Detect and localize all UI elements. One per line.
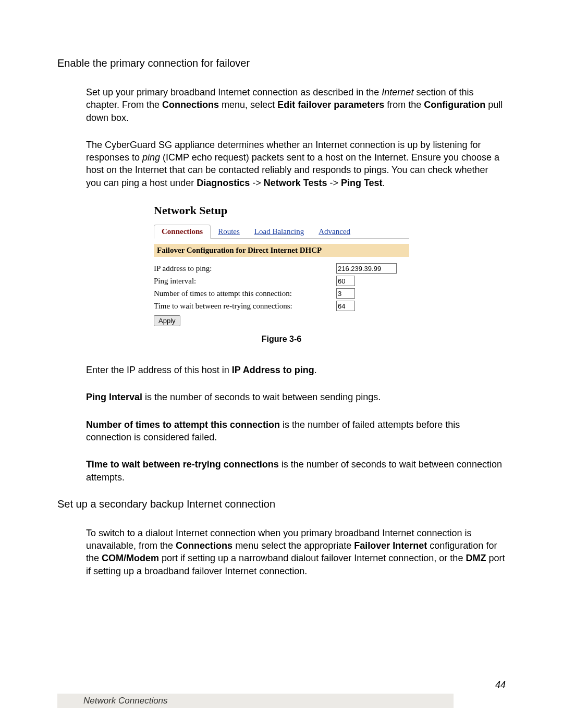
tab-connections[interactable]: Connections	[154, 225, 211, 239]
text-bold: Ping Interval	[86, 392, 142, 402]
network-setup-screenshot: Network Setup Connections Routes Load Ba…	[154, 204, 409, 326]
text-bold: IP Address to ping	[232, 365, 314, 375]
tab-load-balancing[interactable]: Load Balancing	[247, 225, 311, 238]
label-attempts: Number of times to attempt this connecti…	[154, 289, 336, 298]
paragraph-5: Number of times to attempt this connecti…	[86, 418, 506, 444]
text-bold: Ping Test	[341, 178, 383, 188]
section-header-bar: Failover Configuration for Direct Intern…	[154, 244, 409, 257]
page-number: 44	[57, 680, 506, 690]
label-ping-interval: Ping interval:	[154, 277, 336, 286]
tabs-row: Connections Routes Load Balancing Advanc…	[154, 225, 409, 239]
text: menu, select	[219, 100, 277, 110]
text-bold: Failover Internet	[354, 540, 427, 551]
text: .	[383, 178, 385, 188]
text: from the	[384, 100, 424, 110]
section-heading-primary: Enable the primary connection for failov…	[57, 57, 506, 69]
text-bold: Time to wait between re-trying connectio…	[86, 459, 279, 470]
text-bold: Network Tests	[264, 178, 327, 188]
text-bold: Number of times to attempt this connecti…	[86, 419, 280, 430]
input-wait-time[interactable]	[336, 301, 355, 311]
text: ->	[250, 178, 264, 188]
page-footer: 44 Network Connections	[57, 680, 506, 708]
figure-container: Network Setup Connections Routes Load Ba…	[57, 204, 506, 326]
footer-title: Network Connections	[57, 694, 454, 708]
tab-routes[interactable]: Routes	[211, 225, 247, 238]
figure-caption: Figure 3-6	[57, 335, 506, 344]
input-attempts[interactable]	[336, 288, 355, 299]
paragraph-3: Enter the IP address of this host in IP …	[86, 364, 506, 376]
text-bold: DMZ	[466, 553, 486, 563]
paragraph-7: To switch to a dialout Internet connecti…	[86, 527, 506, 577]
tab-advanced[interactable]: Advanced	[311, 225, 358, 238]
label-ip-address: IP address to ping:	[154, 264, 336, 273]
apply-button[interactable]: Apply	[154, 315, 180, 326]
text-bold: Connections	[162, 100, 219, 110]
text: ->	[327, 178, 341, 188]
paragraph-4: Ping Interval is the number of seconds t…	[86, 391, 506, 403]
text-bold: COM/Modem	[102, 553, 159, 563]
text: .	[314, 365, 317, 375]
figure-title: Network Setup	[154, 204, 409, 217]
text-bold: Diagnostics	[197, 178, 250, 188]
text: menu select the appropriate	[232, 540, 354, 551]
section-heading-secondary: Set up a secondary backup Internet conne…	[57, 498, 506, 510]
text-bold: Configuration	[424, 100, 485, 110]
form-table: IP address to ping: Ping interval: Numbe…	[154, 263, 409, 326]
input-ip-address[interactable]	[336, 263, 397, 274]
text: Enter the IP address of this host in	[86, 365, 232, 375]
text-italic: Internet	[382, 87, 413, 97]
paragraph-1: Set up your primary broadband Internet c…	[86, 86, 506, 124]
text: is the number of seconds to wait between…	[142, 392, 381, 402]
paragraph-6: Time to wait between re-trying connectio…	[86, 458, 506, 484]
text: port if setting up a narrowband dialout …	[159, 553, 466, 563]
label-wait-time: Time to wait between re-trying connectio…	[154, 302, 336, 311]
text-bold: Connections	[176, 540, 232, 551]
paragraph-2: The CyberGuard SG appliance determines w…	[86, 139, 506, 189]
text-bold: Edit failover parameters	[277, 100, 384, 110]
input-ping-interval[interactable]	[336, 276, 355, 286]
text-italic: ping	[142, 152, 160, 163]
text: Set up your primary broadband Internet c…	[86, 87, 382, 97]
